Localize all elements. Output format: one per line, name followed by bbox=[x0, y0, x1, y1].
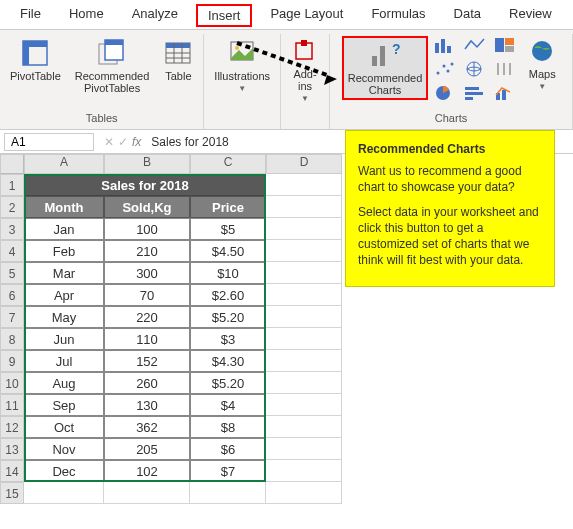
row-header-1[interactable]: 1 bbox=[0, 174, 24, 196]
cell-B8[interactable]: 110 bbox=[104, 328, 190, 350]
cell-D9[interactable] bbox=[266, 350, 342, 372]
cell-C3[interactable]: $5 bbox=[190, 218, 266, 240]
cancel-icon[interactable]: ✕ bbox=[104, 135, 114, 149]
tab-review[interactable]: Review bbox=[499, 4, 562, 27]
cell-A9[interactable]: Jul bbox=[24, 350, 104, 372]
cell-C10[interactable]: $5.20 bbox=[190, 372, 266, 394]
row-header-8[interactable]: 8 bbox=[0, 328, 24, 350]
row-header-9[interactable]: 9 bbox=[0, 350, 24, 372]
scatter-chart-icon[interactable] bbox=[434, 60, 458, 78]
bar-chart-icon[interactable] bbox=[464, 84, 488, 102]
geo-chart-icon[interactable] bbox=[464, 60, 488, 78]
cell-B3[interactable]: 100 bbox=[104, 218, 190, 240]
cell-A2[interactable]: Month bbox=[24, 196, 104, 218]
row-header-2[interactable]: 2 bbox=[0, 196, 24, 218]
cell-B6[interactable]: 70 bbox=[104, 284, 190, 306]
cell-A7[interactable]: May bbox=[24, 306, 104, 328]
tab-pagelayout[interactable]: Page Layout bbox=[260, 4, 353, 27]
cell-D13[interactable] bbox=[266, 438, 342, 460]
cell-A15[interactable] bbox=[24, 482, 104, 504]
cell-C7[interactable]: $5.20 bbox=[190, 306, 266, 328]
cell-D15[interactable] bbox=[266, 482, 342, 504]
cell-A8[interactable]: Jun bbox=[24, 328, 104, 350]
column-chart-icon[interactable] bbox=[434, 36, 458, 54]
tab-insert[interactable]: Insert bbox=[196, 4, 253, 27]
cell-A6[interactable]: Apr bbox=[24, 284, 104, 306]
cell-B5[interactable]: 300 bbox=[104, 262, 190, 284]
cell-A11[interactable]: Sep bbox=[24, 394, 104, 416]
row-header-3[interactable]: 3 bbox=[0, 218, 24, 240]
cell-B10[interactable]: 260 bbox=[104, 372, 190, 394]
fx-icon[interactable]: fx bbox=[132, 135, 141, 149]
cell-D11[interactable] bbox=[266, 394, 342, 416]
select-all-corner[interactable] bbox=[0, 154, 24, 174]
cell-C9[interactable]: $4.30 bbox=[190, 350, 266, 372]
cell-C14[interactable]: $7 bbox=[190, 460, 266, 482]
row-header-12[interactable]: 12 bbox=[0, 416, 24, 438]
cell-C5[interactable]: $10 bbox=[190, 262, 266, 284]
cell-A4[interactable]: Feb bbox=[24, 240, 104, 262]
cell-A12[interactable]: Oct bbox=[24, 416, 104, 438]
addins-button[interactable]: Add- ins ▼ bbox=[287, 36, 323, 105]
line-chart-icon[interactable] bbox=[464, 36, 488, 54]
cell-B4[interactable]: 210 bbox=[104, 240, 190, 262]
row-header-7[interactable]: 7 bbox=[0, 306, 24, 328]
enter-icon[interactable]: ✓ bbox=[118, 135, 128, 149]
cell-B14[interactable]: 102 bbox=[104, 460, 190, 482]
cell-B12[interactable]: 362 bbox=[104, 416, 190, 438]
row-header-5[interactable]: 5 bbox=[0, 262, 24, 284]
cell-A3[interactable]: Jan bbox=[24, 218, 104, 240]
cell-D12[interactable] bbox=[266, 416, 342, 438]
cell-C6[interactable]: $2.60 bbox=[190, 284, 266, 306]
cell-B11[interactable]: 130 bbox=[104, 394, 190, 416]
cell-B7[interactable]: 220 bbox=[104, 306, 190, 328]
name-box[interactable] bbox=[4, 133, 94, 151]
cell-C8[interactable]: $3 bbox=[190, 328, 266, 350]
table-button[interactable]: Table bbox=[159, 36, 197, 84]
recommended-pivottables-button[interactable]: Recommended PivotTables bbox=[71, 36, 154, 96]
cell-D7[interactable] bbox=[266, 306, 342, 328]
cell-A13[interactable]: Nov bbox=[24, 438, 104, 460]
row-header-10[interactable]: 10 bbox=[0, 372, 24, 394]
cell-C12[interactable]: $8 bbox=[190, 416, 266, 438]
cell-B2[interactable]: Sold,Kg bbox=[104, 196, 190, 218]
col-header-B[interactable]: B bbox=[104, 154, 190, 174]
maps-button[interactable]: Maps ▼ bbox=[524, 36, 560, 93]
stock-chart-icon[interactable] bbox=[494, 60, 518, 78]
row-header-13[interactable]: 13 bbox=[0, 438, 24, 460]
cell-C4[interactable]: $4.50 bbox=[190, 240, 266, 262]
cell-D5[interactable] bbox=[266, 262, 342, 284]
row-header-14[interactable]: 14 bbox=[0, 460, 24, 482]
recommended-charts-button[interactable]: ? Recommended Charts bbox=[342, 36, 429, 100]
treemap-icon[interactable] bbox=[494, 36, 518, 54]
row-header-6[interactable]: 6 bbox=[0, 284, 24, 306]
cell-D4[interactable] bbox=[266, 240, 342, 262]
cell-C15[interactable] bbox=[190, 482, 266, 504]
combo-chart-icon[interactable] bbox=[494, 84, 518, 102]
col-header-D[interactable]: D bbox=[266, 154, 342, 174]
cell-D1[interactable] bbox=[266, 174, 342, 196]
cell-C2[interactable]: Price bbox=[190, 196, 266, 218]
row-header-11[interactable]: 11 bbox=[0, 394, 24, 416]
cell-A1[interactable]: Sales for 2018 bbox=[24, 174, 266, 196]
col-header-C[interactable]: C bbox=[190, 154, 266, 174]
cell-C13[interactable]: $6 bbox=[190, 438, 266, 460]
illustrations-button[interactable]: Illustrations ▼ bbox=[210, 36, 274, 95]
cell-A10[interactable]: Aug bbox=[24, 372, 104, 394]
tab-data[interactable]: Data bbox=[444, 4, 491, 27]
cell-B9[interactable]: 152 bbox=[104, 350, 190, 372]
tab-formulas[interactable]: Formulas bbox=[361, 4, 435, 27]
pie-chart-icon[interactable] bbox=[434, 84, 458, 102]
tab-analyze[interactable]: Analyze bbox=[122, 4, 188, 27]
cell-B13[interactable]: 205 bbox=[104, 438, 190, 460]
cell-C11[interactable]: $4 bbox=[190, 394, 266, 416]
row-header-15[interactable]: 15 bbox=[0, 482, 24, 504]
row-header-4[interactable]: 4 bbox=[0, 240, 24, 262]
cell-D10[interactable] bbox=[266, 372, 342, 394]
pivottable-button[interactable]: PivotTable bbox=[6, 36, 65, 84]
col-header-A[interactable]: A bbox=[24, 154, 104, 174]
cell-grid[interactable]: Sales for 2018MonthSold,KgPriceJan100$5F… bbox=[24, 174, 342, 504]
tab-file[interactable]: File bbox=[10, 4, 51, 27]
cell-D8[interactable] bbox=[266, 328, 342, 350]
cell-D6[interactable] bbox=[266, 284, 342, 306]
